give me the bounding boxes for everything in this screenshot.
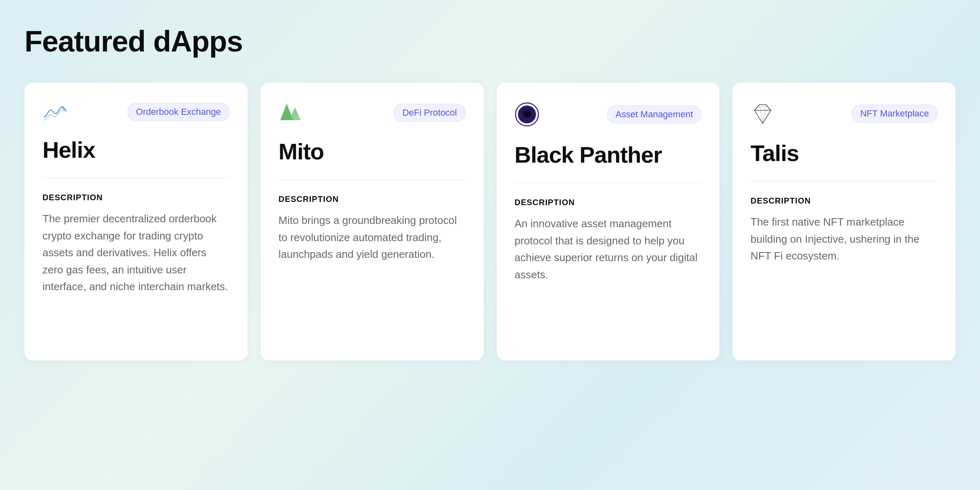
black-panther-name: Black Panther xyxy=(515,141,702,168)
svg-line-16 xyxy=(755,105,759,110)
helix-name: Helix xyxy=(42,136,230,163)
helix-card-header: Orderbook Exchange xyxy=(42,102,230,122)
black-panther-card-header: Asset Management xyxy=(515,102,702,127)
talis-description: The first native NFT marketplace buildin… xyxy=(750,214,938,265)
black-panther-divider xyxy=(515,183,702,183)
mito-card[interactable]: DeFi Protocol Mito DESCRIPTION Mito brin… xyxy=(261,83,484,360)
mito-icon xyxy=(279,102,303,123)
helix-description: The premier decentralized orderbook cryp… xyxy=(42,210,230,295)
talis-icon xyxy=(750,102,775,125)
talis-description-label: DESCRIPTION xyxy=(750,196,938,206)
helix-badge: Orderbook Exchange xyxy=(127,103,230,121)
black-panther-icon xyxy=(515,102,539,127)
talis-badge: NFT Marketplace xyxy=(852,105,938,123)
svg-point-0 xyxy=(62,107,64,109)
helix-icon xyxy=(42,102,67,122)
svg-point-9 xyxy=(524,112,530,117)
svg-point-1 xyxy=(63,109,65,110)
talis-card-header: NFT Marketplace xyxy=(750,102,938,125)
black-panther-description-label: DESCRIPTION xyxy=(515,198,702,207)
talis-divider xyxy=(750,181,938,181)
helix-divider xyxy=(42,178,230,178)
black-panther-description: An innovative asset management protocol … xyxy=(515,215,702,283)
mito-description-label: DESCRIPTION xyxy=(279,195,466,204)
svg-marker-3 xyxy=(289,107,301,120)
page-container: Featured dApps Orderbook Exchange Helix … xyxy=(0,0,980,385)
mito-badge: DeFi Protocol xyxy=(394,104,465,122)
mito-divider xyxy=(279,179,466,180)
helix-card[interactable]: Orderbook Exchange Helix DESCRIPTION The… xyxy=(25,83,248,360)
mito-card-header: DeFi Protocol xyxy=(279,102,466,123)
mito-description: Mito brings a groundbreaking protocol to… xyxy=(279,212,466,263)
page-title: Featured dApps xyxy=(25,25,955,58)
black-panther-card[interactable]: Asset Management Black Panther DESCRIPTI… xyxy=(497,83,720,360)
black-panther-badge: Asset Management xyxy=(607,105,702,123)
talis-name: Talis xyxy=(750,140,938,166)
svg-line-15 xyxy=(766,105,771,110)
talis-card[interactable]: NFT Marketplace Talis DESCRIPTION The fi… xyxy=(732,83,955,360)
cards-grid: Orderbook Exchange Helix DESCRIPTION The… xyxy=(25,83,955,360)
mito-name: Mito xyxy=(279,138,466,165)
helix-description-label: DESCRIPTION xyxy=(42,193,230,202)
